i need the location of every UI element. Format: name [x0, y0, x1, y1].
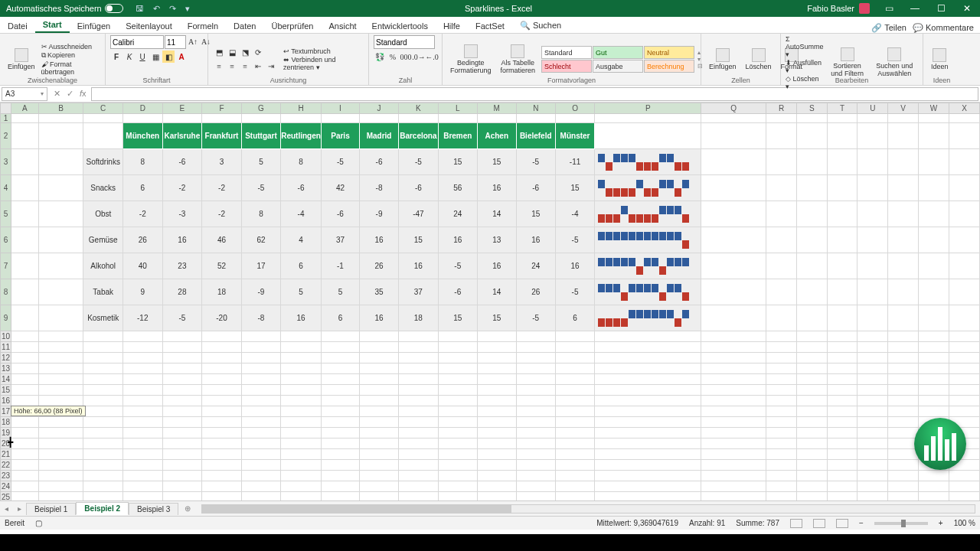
- font-name-select[interactable]: [110, 35, 164, 49]
- save-icon[interactable]: 🖫: [136, 4, 144, 14]
- sheet-nav-next-icon[interactable]: ▸: [13, 504, 26, 513]
- qat-more-icon[interactable]: ▾: [185, 4, 190, 14]
- find-select-button[interactable]: Suchen und Auswählen: [871, 46, 918, 80]
- minimize-icon[interactable]: —: [902, 3, 928, 14]
- tab-seitenlayout[interactable]: Seitenlayout: [118, 19, 180, 33]
- align-bottom-icon[interactable]: ⬔: [239, 47, 251, 59]
- comments-button[interactable]: 💬 Kommentare: [913, 23, 974, 33]
- close-icon[interactable]: ✕: [954, 3, 980, 14]
- account-button[interactable]: Fabio Basler: [801, 3, 876, 14]
- row-height-tooltip: Höhe: 66,00 (88 Pixel): [11, 406, 86, 416]
- zoom-slider[interactable]: [874, 522, 928, 525]
- underline-button[interactable]: U: [136, 51, 149, 63]
- group-label-clipboard: Zwischenablage: [0, 77, 105, 84]
- view-pagebreak-icon[interactable]: [836, 519, 848, 528]
- dec-decimal-icon[interactable]: ←.0: [426, 51, 438, 63]
- tab-einfuegen[interactable]: Einfügen: [70, 19, 118, 33]
- tab-start[interactable]: Start: [35, 18, 70, 33]
- bold-button[interactable]: F: [110, 51, 122, 63]
- ideas-button[interactable]: Ideen: [928, 47, 952, 73]
- align-right-icon[interactable]: ≡: [239, 60, 251, 73]
- fill-button[interactable]: ⬇ Ausfüllen ▾: [786, 59, 824, 74]
- redo-icon[interactable]: ↷: [169, 4, 176, 14]
- sheet-tab-3[interactable]: Beispiel 3: [129, 503, 178, 515]
- group-label-styles: Formatvorlagen: [443, 77, 701, 84]
- undo-icon[interactable]: ↶: [153, 4, 160, 14]
- conditional-formatting-button[interactable]: Bedingte Formatierung: [447, 43, 495, 77]
- sheet-tab-2[interactable]: Beispiel 2: [76, 502, 129, 515]
- increase-font-icon[interactable]: A↑: [187, 35, 199, 47]
- group-label-font: Schriftart: [106, 77, 207, 84]
- percent-icon[interactable]: %: [387, 51, 399, 63]
- indent-dec-icon[interactable]: ⇤: [252, 60, 264, 73]
- sheet-nav-prev-icon[interactable]: ◂: [0, 504, 13, 513]
- tab-entwicklertools[interactable]: Entwicklertools: [364, 19, 436, 33]
- worksheet-grid[interactable]: ABCDEFGHIJKLMNOPQRSTUVWX12MünchenKarlsru…: [0, 103, 980, 500]
- tab-factset[interactable]: FactSet: [468, 19, 512, 33]
- align-middle-icon[interactable]: ⬓: [226, 47, 238, 59]
- ribbon: Einfügen ✂ Ausschneiden ⧉ Kopieren 🖌 For…: [0, 34, 980, 86]
- orientation-icon[interactable]: ⟳: [252, 47, 264, 59]
- border-button[interactable]: ▦: [149, 51, 162, 63]
- wrap-text-button[interactable]: ↩ Textumbruch: [283, 47, 364, 55]
- font-size-select[interactable]: [165, 35, 186, 49]
- table-icon: [511, 44, 524, 58]
- sheet-tab-1[interactable]: Beispiel 1: [26, 503, 76, 515]
- group-label-cells: Zellen: [701, 77, 780, 84]
- tab-hilfe[interactable]: Hilfe: [436, 19, 468, 33]
- name-box[interactable]: A3▾: [2, 87, 47, 101]
- tab-datei[interactable]: Datei: [0, 19, 35, 33]
- number-format-select[interactable]: [374, 35, 435, 49]
- copy-button[interactable]: ⧉ Kopieren: [41, 51, 100, 60]
- enter-formula-icon[interactable]: ✓: [67, 89, 74, 99]
- view-pagelayout-icon[interactable]: [813, 519, 825, 528]
- currency-icon[interactable]: 💱: [374, 51, 386, 63]
- search-box[interactable]: 🔍 Suchen: [512, 18, 569, 33]
- ribbon-tabs: Datei Start Einfügen Seitenlayout Formel…: [0, 17, 980, 34]
- quick-access-toolbar[interactable]: 🖫 ↶ ↷ ▾: [129, 4, 196, 14]
- format-painter-button[interactable]: 🖌 Format übertragen: [41, 60, 100, 76]
- zoom-in-icon[interactable]: +: [939, 519, 943, 527]
- view-normal-icon[interactable]: [790, 519, 802, 528]
- fill-color-button[interactable]: ◧: [162, 51, 175, 63]
- horizontal-scrollbar[interactable]: [201, 504, 975, 514]
- cut-button[interactable]: ✂ Ausschneiden: [41, 43, 100, 51]
- fx-icon[interactable]: fx: [80, 89, 87, 99]
- window-title: Sparklines - Excel: [196, 4, 802, 13]
- font-color-button[interactable]: A: [175, 51, 188, 63]
- zoom-level[interactable]: 100 %: [954, 519, 975, 527]
- indent-inc-icon[interactable]: ⇥: [265, 60, 277, 73]
- share-button[interactable]: 🔗 Teilen: [871, 23, 906, 33]
- align-center-icon[interactable]: ≡: [226, 60, 238, 73]
- sort-filter-button[interactable]: Sortieren und Filtern: [827, 46, 868, 80]
- insert-cells-icon: [716, 48, 730, 62]
- row-resize-cursor-icon: ╋: [8, 437, 13, 448]
- maximize-icon[interactable]: ☐: [928, 3, 954, 14]
- align-left-icon[interactable]: ≡: [213, 60, 225, 73]
- tab-ansicht[interactable]: Ansicht: [321, 19, 364, 33]
- delete-cells-button[interactable]: Löschen: [743, 47, 775, 73]
- ribbon-options-icon[interactable]: ▭: [876, 3, 902, 14]
- delete-cells-icon: [752, 48, 766, 62]
- zoom-out-icon[interactable]: −: [859, 519, 864, 527]
- insert-cells-button[interactable]: Einfügen: [706, 47, 740, 73]
- merge-center-button[interactable]: ⬌ Verbinden und zentrieren ▾: [283, 56, 364, 71]
- tab-formeln[interactable]: Formeln: [180, 19, 226, 33]
- macro-record-icon[interactable]: ▢: [35, 519, 42, 527]
- cancel-formula-icon[interactable]: ✕: [54, 89, 60, 99]
- add-sheet-button[interactable]: ⊕: [178, 504, 197, 513]
- status-average: Mittelwert: 9,369047619: [596, 519, 678, 527]
- align-top-icon[interactable]: ⬒: [213, 47, 225, 59]
- autosum-button[interactable]: Σ AutoSumme ▾: [786, 35, 824, 58]
- cell-styles-gallery[interactable]: Standard Gut Neutral Schlecht Ausgabe Be…: [541, 46, 694, 73]
- tab-ueberpruefen[interactable]: Überprüfen: [263, 19, 321, 33]
- italic-button[interactable]: K: [123, 51, 136, 63]
- comma-icon[interactable]: 000: [400, 51, 412, 63]
- tab-daten[interactable]: Daten: [226, 19, 263, 33]
- autosave-toggle[interactable]: Automatisches Speichern: [0, 4, 129, 13]
- channel-logo-icon: [914, 418, 966, 470]
- format-as-table-button[interactable]: Als Tabelle formatieren: [498, 43, 539, 77]
- inc-decimal-icon[interactable]: .0→: [413, 51, 425, 63]
- group-label-editing: Bearbeiten: [781, 77, 923, 84]
- paste-button[interactable]: Einfügen: [5, 47, 38, 73]
